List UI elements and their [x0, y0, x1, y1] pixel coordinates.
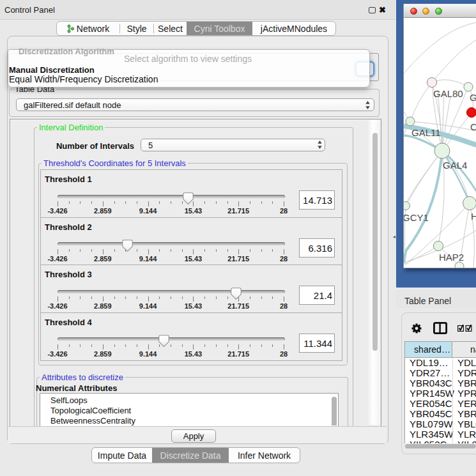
svg-text:HAP2: HAP2 — [439, 252, 464, 263]
svg-text:GAL11: GAL11 — [411, 127, 441, 138]
svg-text:H: H — [471, 211, 476, 222]
svg-text:GAL4: GAL4 — [443, 160, 467, 171]
svg-text:GAL80: GAL80 — [433, 88, 463, 99]
svg-text:C: C — [470, 121, 476, 132]
svg-text:GCY1: GCY1 — [403, 212, 429, 223]
svg-text:GA: GA — [470, 92, 476, 103]
